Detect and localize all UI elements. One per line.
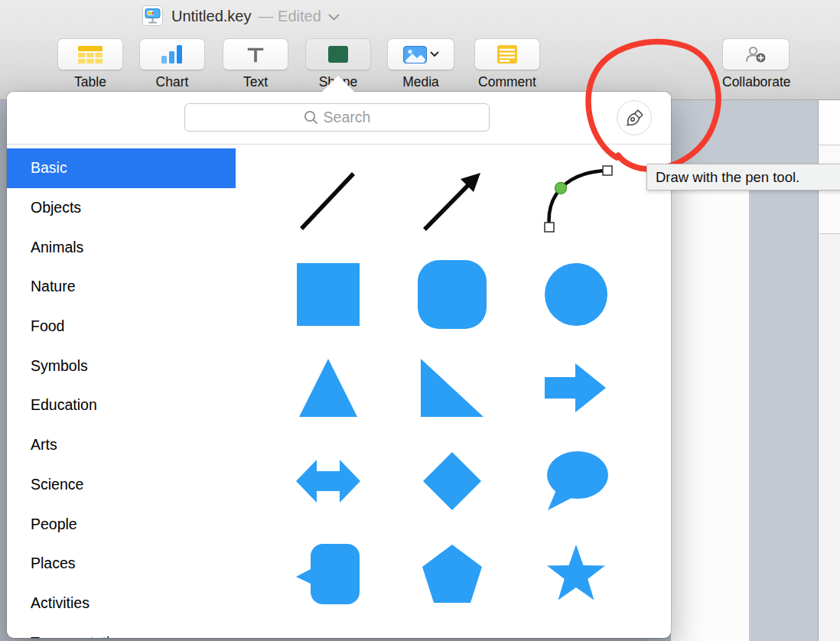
shape-tile-arrow[interactable] — [390, 156, 514, 249]
text-icon[interactable] — [223, 38, 288, 70]
comment-icon[interactable] — [474, 38, 540, 70]
arrow-shape-icon — [418, 167, 487, 239]
speech-bubble-shape-icon — [542, 449, 610, 516]
right-arrow-shape-icon — [545, 357, 607, 421]
sidebar-item-science[interactable]: Science — [7, 465, 236, 505]
shape-tile-right-arrow[interactable] — [514, 343, 638, 436]
shape-tile-diamond[interactable] — [390, 436, 514, 529]
popover-arrow — [322, 76, 354, 92]
document-title: Untitled.key — [171, 8, 252, 25]
toolbar-button-table[interactable]: Table — [57, 38, 123, 90]
media-icon[interactable] — [387, 38, 454, 70]
shape-tile-speech-bubble[interactable] — [514, 436, 638, 529]
shape-tile-star[interactable] — [514, 529, 638, 623]
pen-tooltip-text: Draw with the pen tool. — [656, 169, 799, 186]
shape-tile-quote-callout[interactable] — [266, 529, 390, 623]
diamond-shape-icon — [422, 451, 483, 515]
toolbar: Table Chart Text Shape Media Comment Col… — [0, 32, 840, 100]
table-icon[interactable] — [57, 38, 123, 70]
slide-white-area — [671, 190, 749, 641]
pen-tooltip: Draw with the pen tool. — [646, 164, 840, 190]
shape-tile-square[interactable] — [266, 249, 390, 343]
right-triangle-shape-icon — [418, 357, 486, 421]
quote-callout-shape-icon — [296, 544, 360, 608]
popover-body: BasicObjectsAnimalsNatureFoodSymbolsEduc… — [7, 145, 671, 638]
sidebar-item-activities[interactable]: Activities — [7, 584, 236, 623]
curve-shape-icon — [537, 164, 615, 241]
sidebar-item-basic[interactable]: Basic — [7, 148, 236, 188]
left-right-arrow-shape-icon — [296, 451, 360, 515]
shape-tile-curve[interactable] — [514, 156, 638, 249]
circle-shape-icon — [545, 263, 607, 329]
popover-header: Search — [7, 92, 671, 145]
sidebar-item-animals[interactable]: Animals — [7, 227, 236, 267]
triangle-shape-icon — [298, 357, 359, 421]
toolbar-button-collaborate[interactable]: Collaborate — [722, 38, 790, 90]
pen-tool-button[interactable] — [617, 100, 652, 135]
line-shape-icon — [295, 167, 362, 239]
sidebar-item-symbols[interactable]: Symbols — [7, 346, 236, 386]
square-shape-icon — [297, 263, 360, 329]
toolbar-button-media[interactable]: Media — [387, 38, 454, 90]
toolbar-button-label: Media — [387, 74, 454, 90]
toolbar-button-chart[interactable]: Chart — [139, 38, 205, 90]
search-icon — [304, 110, 318, 125]
category-sidebar: BasicObjectsAnimalsNatureFoodSymbolsEduc… — [7, 145, 236, 638]
shape-tile-line[interactable] — [266, 156, 390, 249]
star-shape-icon — [545, 545, 607, 607]
toolbar-button-label: Collaborate — [722, 74, 790, 90]
shape-tile-triangle[interactable] — [266, 343, 390, 436]
title-chevron-down-icon[interactable] — [328, 14, 340, 21]
toolbar-button-comment[interactable]: Comment — [474, 38, 540, 90]
sidebar-item-arts[interactable]: Arts — [7, 425, 236, 465]
shape-tile-pentagon[interactable] — [390, 529, 514, 623]
sidebar-item-transportation[interactable]: Transportation — [7, 623, 236, 638]
sidebar-item-nature[interactable]: Nature — [7, 267, 236, 307]
sidebar-item-people[interactable]: People — [7, 504, 236, 544]
sidebar-item-places[interactable]: Places — [7, 544, 236, 584]
shape-tile-rounded-square[interactable] — [390, 249, 514, 343]
shapes-popover: Search BasicObjectsAnimalsNatureFoodSymb… — [7, 92, 671, 638]
sidebar-item-objects[interactable]: Objects — [7, 188, 236, 228]
keynote-doc-icon — [142, 5, 163, 26]
search-placeholder: Search — [324, 109, 371, 126]
document-status: — Edited — [259, 8, 321, 25]
shape-tile-circle[interactable] — [514, 249, 638, 343]
toolbar-button-text[interactable]: Text — [223, 38, 288, 90]
pen-icon — [624, 108, 645, 129]
toolbar-button-label: Comment — [474, 74, 540, 90]
sidebar-item-food[interactable]: Food — [7, 307, 236, 347]
window-chrome: Untitled.key — Edited Table Chart Text S… — [0, 0, 840, 100]
titlebar: Untitled.key — Edited — [0, 0, 840, 32]
chart-icon[interactable] — [139, 38, 205, 70]
rounded-square-shape-icon — [418, 260, 487, 332]
toolbar-button-label: Text — [223, 74, 288, 90]
sidebar-item-education[interactable]: Education — [7, 386, 236, 425]
shape-icon[interactable] — [305, 38, 371, 70]
shape-grid — [236, 145, 671, 638]
search-input[interactable]: Search — [184, 103, 490, 132]
collaborate-icon[interactable] — [722, 38, 790, 70]
shape-tile-right-triangle[interactable] — [390, 343, 514, 436]
shape-tile-left-right-arrow[interactable] — [266, 436, 390, 529]
inspector-panel-top — [819, 100, 840, 145]
toolbar-button-label: Chart — [139, 74, 205, 90]
toolbar-button-label: Table — [57, 74, 123, 90]
pentagon-shape-icon — [421, 545, 483, 607]
